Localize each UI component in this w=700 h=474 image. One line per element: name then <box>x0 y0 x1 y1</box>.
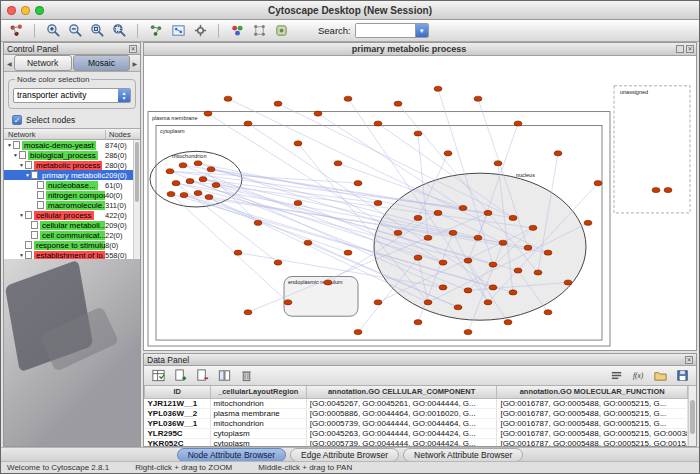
network-canvas[interactable]: plasma membranecytoplasmunassignedendopl… <box>144 56 696 350</box>
network-node[interactable] <box>489 285 497 290</box>
network-node[interactable] <box>434 86 442 91</box>
network-node[interactable] <box>274 101 282 106</box>
tree-row-macromolecule-[interactable]: macromolecule...311(0) <box>4 200 140 210</box>
network-overview-icon[interactable] <box>168 22 188 40</box>
network-node[interactable] <box>186 179 194 184</box>
network-node[interactable] <box>284 300 292 305</box>
tree-column-nodes[interactable]: Nodes <box>106 130 140 139</box>
network-node[interactable] <box>444 151 452 156</box>
network-node[interactable] <box>414 131 422 136</box>
network-node[interactable] <box>544 310 552 315</box>
network-node[interactable] <box>474 96 482 101</box>
network-node[interactable] <box>414 215 422 220</box>
zoom-fit-icon[interactable] <box>109 22 129 40</box>
network-node[interactable] <box>234 250 242 255</box>
network-node[interactable] <box>374 200 382 205</box>
select-attributes-icon[interactable] <box>148 367 168 385</box>
network-node[interactable] <box>294 200 302 205</box>
search-dropdown-arrow-icon[interactable]: ▼ <box>415 24 428 37</box>
plugins-icon[interactable] <box>271 22 291 40</box>
table-row[interactable]: YKR052Ccytoplasm[GO:0005739, GO:0044444,… <box>145 438 688 446</box>
network-node[interactable] <box>524 245 532 250</box>
tree-row-biological-process[interactable]: ▼biological_process286(0) <box>4 150 140 160</box>
expander-icon[interactable]: ▼ <box>18 212 25 218</box>
zoom-selected-icon[interactable] <box>87 22 107 40</box>
table-row[interactable]: YPL036W__2plasma membrane[GO:0005886, GO… <box>145 408 688 418</box>
network-node[interactable] <box>354 181 362 186</box>
network-node[interactable] <box>172 181 180 186</box>
tree-scrollbar-thumb[interactable] <box>135 142 139 202</box>
table-row[interactable]: YJR121W__1mitochondrion[GO:0045267, GO:0… <box>145 398 688 408</box>
tree-column-network[interactable]: Network <box>4 130 106 139</box>
function-builder-icon[interactable]: f(x) <box>628 367 648 385</box>
zoom-in-icon[interactable] <box>43 22 63 40</box>
network-node[interactable] <box>534 270 542 275</box>
column-header-1[interactable]: _cellularLayoutRegion <box>210 386 306 398</box>
network-node[interactable] <box>166 169 174 174</box>
tab-edge-attribute-browser[interactable]: Edge Attribute Browser <box>290 448 399 462</box>
network-node[interactable] <box>204 111 212 116</box>
network-node[interactable] <box>664 188 672 193</box>
network-node[interactable] <box>224 96 232 101</box>
network-node[interactable] <box>344 250 352 255</box>
network-node[interactable] <box>494 161 502 166</box>
table-row[interactable]: YLR295Ccytoplasm[GO:0045263, GO:0044444,… <box>145 428 688 438</box>
table-row[interactable]: YPL036W__1mitochondrion[GO:0005739, GO:0… <box>145 418 688 428</box>
network-node[interactable] <box>584 220 592 225</box>
label-icon[interactable] <box>606 367 626 385</box>
network-node[interactable] <box>254 220 262 225</box>
network-node[interactable] <box>529 225 537 230</box>
open-folder-icon[interactable] <box>650 367 670 385</box>
node-color-dropdown[interactable]: transporter activity ▲▼ <box>13 88 131 103</box>
network-node[interactable] <box>459 205 467 210</box>
tree-row-mosaic-demo-yeast[interactable]: ▼mosaic-demo-yeast874(0) <box>4 140 140 150</box>
expander-icon[interactable]: ▼ <box>18 252 25 258</box>
float-panel-icon[interactable]: ✕ <box>129 45 137 53</box>
expander-icon[interactable]: ▼ <box>24 172 31 178</box>
network-node[interactable] <box>424 235 432 240</box>
network-node[interactable] <box>274 260 282 265</box>
network-node[interactable] <box>314 111 322 116</box>
columns-icon[interactable] <box>214 367 234 385</box>
network-node[interactable] <box>514 121 522 126</box>
network-node[interactable] <box>509 215 517 220</box>
tree-row-primary-metabolic-[interactable]: ▼primary metabolic...209(0) <box>4 170 140 180</box>
network-node[interactable] <box>199 177 207 182</box>
birds-eye-view[interactable] <box>4 259 140 446</box>
network-node[interactable] <box>205 194 213 199</box>
network-node[interactable] <box>554 151 562 156</box>
network-node[interactable] <box>414 255 422 260</box>
tree-row-cellular-metaboli-[interactable]: cellular metaboli...209(0) <box>4 220 140 230</box>
network-node[interactable] <box>244 310 252 315</box>
tree-row-response-to-stimulu-[interactable]: response to stimulu...8(0) <box>4 240 140 250</box>
network-node[interactable] <box>484 210 492 215</box>
column-header-id[interactable]: ID <box>145 386 211 398</box>
network-node[interactable] <box>449 230 457 235</box>
network-node[interactable] <box>207 167 215 172</box>
network-node[interactable] <box>454 305 462 310</box>
network-node[interactable] <box>194 161 202 166</box>
trash-icon[interactable] <box>236 367 256 385</box>
network-node[interactable] <box>244 121 252 126</box>
network-node[interactable] <box>474 235 482 240</box>
network-node[interactable] <box>504 320 512 325</box>
network-node[interactable] <box>212 183 220 188</box>
network-node[interactable] <box>499 240 507 245</box>
network-node[interactable] <box>544 250 552 255</box>
network-node[interactable] <box>484 300 492 305</box>
network-node[interactable] <box>180 192 188 197</box>
network-node[interactable] <box>464 288 472 293</box>
search-input[interactable] <box>356 24 415 37</box>
column-header-3[interactable]: annotation.GO MOLECULAR_FUNCTION <box>497 386 688 398</box>
create-attribute-icon[interactable] <box>170 367 190 385</box>
view-close-icon[interactable]: ✕ <box>686 45 694 53</box>
network-node[interactable] <box>464 258 472 263</box>
network-node[interactable] <box>439 260 447 265</box>
layout-icon[interactable] <box>249 22 269 40</box>
network-node[interactable] <box>514 268 522 273</box>
tree-row-nitrogen-compou-[interactable]: nitrogen compou...40(0) <box>4 190 140 200</box>
table-scrollbar-thumb[interactable] <box>690 400 695 434</box>
column-header-2[interactable]: annotation.GO CELLULAR_COMPONENT <box>306 386 497 398</box>
network-node[interactable] <box>652 188 660 193</box>
save-icon[interactable] <box>672 367 692 385</box>
